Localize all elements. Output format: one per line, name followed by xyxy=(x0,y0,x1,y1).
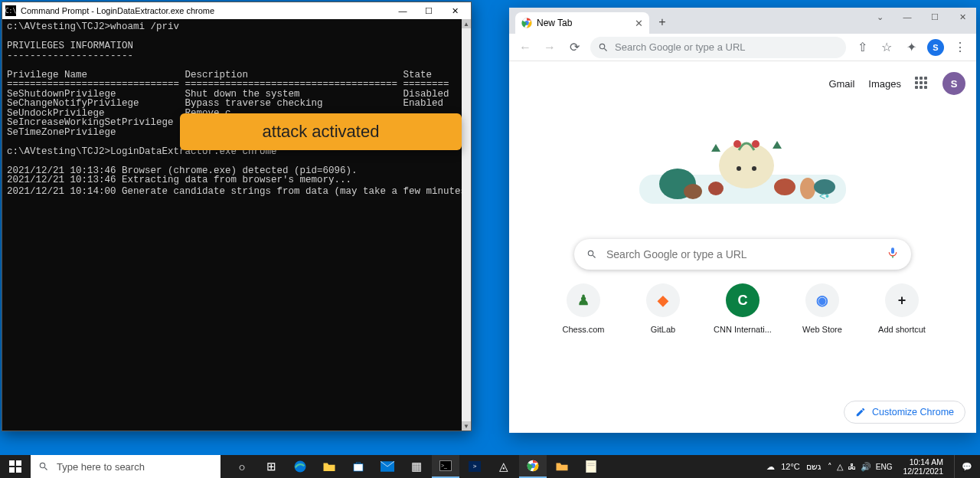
app1-icon[interactable]: ▦ xyxy=(403,455,430,478)
images-link[interactable]: Images xyxy=(868,78,901,90)
pencil-icon xyxy=(855,407,866,417)
svg-point-8 xyxy=(752,166,756,171)
mail-icon[interactable] xyxy=(374,455,401,478)
cmd-scrollbar[interactable]: ▲ ▼ xyxy=(462,19,471,431)
omnibox[interactable]: Search Google or type a URL xyxy=(590,37,846,58)
tray-onedrive-icon[interactable]: △ xyxy=(837,462,843,472)
clock[interactable]: 10:14 AM 12/21/2021 xyxy=(898,457,948,476)
customize-chrome-button[interactable]: Customize Chrome xyxy=(844,401,965,424)
shortcut-icon: ◆ xyxy=(646,283,680,317)
app2-icon[interactable]: ◬ xyxy=(490,455,518,478)
minimize-button[interactable]: ― xyxy=(893,8,921,26)
svg-point-5 xyxy=(708,182,724,195)
store-icon[interactable] xyxy=(345,455,372,478)
shortcut-icon: ♟ xyxy=(567,283,600,317)
notepad-icon[interactable] xyxy=(577,455,605,478)
ntp-header: Gmail Images S xyxy=(828,72,965,95)
svg-rect-18 xyxy=(9,467,15,473)
bookmark-icon[interactable]: ☆ xyxy=(875,36,898,59)
chrome-taskbar-icon[interactable] xyxy=(519,455,547,478)
powershell-icon[interactable]: > xyxy=(461,455,488,478)
svg-rect-25 xyxy=(586,460,596,473)
svg-point-7 xyxy=(737,166,741,171)
cmd-title: Command Prompt - LoginDataExtractor.exe … xyxy=(21,6,390,15)
tab-close-icon[interactable]: ✕ xyxy=(635,18,643,29)
shortcut-label: Chess.com xyxy=(554,325,612,334)
maximize-button[interactable]: ☐ xyxy=(921,8,949,26)
tray-volume-icon[interactable]: 🔊 xyxy=(861,462,871,472)
svg-rect-16 xyxy=(9,460,15,466)
tray-network-icon[interactable]: 🖧 xyxy=(848,462,856,471)
tray-chevron-icon[interactable]: ˄ xyxy=(828,462,832,472)
tab-new-tab[interactable]: New Tab ✕ xyxy=(515,12,649,34)
scroll-up-icon[interactable]: ▲ xyxy=(462,19,471,28)
reload-button[interactable]: ⟳ xyxy=(563,36,586,59)
new-tab-button[interactable]: + xyxy=(652,12,672,32)
search-icon xyxy=(586,249,597,260)
taskbar[interactable]: Type here to search ○ ⊞ ▦ >_ > ◬ ☁ 12°C … xyxy=(0,455,980,478)
file-explorer-icon[interactable] xyxy=(315,455,343,478)
shortcut-label: Web Store xyxy=(793,325,851,334)
cortana-icon[interactable]: ○ xyxy=(228,455,256,478)
google-doodle[interactable] xyxy=(639,127,846,211)
share-doodle-icon[interactable]: <• xyxy=(819,190,829,202)
chrome-favicon-icon xyxy=(521,18,532,28)
profile-avatar[interactable]: S xyxy=(927,39,944,56)
chrome-window-controls: ⌄ ― ☐ ✕ xyxy=(866,8,976,26)
minimize-button[interactable]: ― xyxy=(390,3,416,18)
folder2-icon[interactable] xyxy=(548,455,576,478)
taskbar-search[interactable]: Type here to search xyxy=(31,455,220,478)
close-button[interactable]: ✕ xyxy=(442,3,468,18)
search-icon xyxy=(38,461,49,472)
chrome-toolbar: ← → ⟳ Search Google or type a URL ⇧ ☆ ✦ … xyxy=(509,34,976,61)
shortcut-icon: ◉ xyxy=(805,283,839,317)
cmd-titlebar[interactable]: C:\ Command Prompt - LoginDataExtractor.… xyxy=(2,2,471,19)
shortcut-item[interactable]: CCNN Internati... xyxy=(714,283,772,334)
back-button[interactable]: ← xyxy=(514,36,537,59)
cmd-taskbar-icon[interactable]: >_ xyxy=(432,455,459,478)
menu-icon[interactable]: ⋮ xyxy=(949,36,972,59)
chrome-window[interactable]: New Tab ✕ + ⌄ ― ☐ ✕ ← → ⟳ Search Google … xyxy=(509,8,976,433)
add-shortcut-button[interactable]: +Add shortcut xyxy=(873,283,931,334)
forward-button[interactable]: → xyxy=(538,36,561,59)
apps-icon[interactable] xyxy=(915,77,929,90)
shortcut-item[interactable]: ◆GitLab xyxy=(634,283,692,334)
tray-lang-icon[interactable]: ENG xyxy=(876,463,893,471)
shortcut-item[interactable]: ◉Web Store xyxy=(793,283,851,334)
ntp-search[interactable] xyxy=(574,239,911,270)
scroll-down-icon[interactable]: ▼ xyxy=(462,421,471,431)
cmd-output[interactable]: c:\AVtesting\TCJ2>whoami /priv PRIVILEGE… xyxy=(2,19,462,431)
svg-rect-21 xyxy=(354,464,363,471)
gmail-link[interactable]: Gmail xyxy=(828,78,854,90)
window-dropdown-icon[interactable]: ⌄ xyxy=(866,8,893,26)
tab-strip[interactable]: New Tab ✕ + ⌄ ― ☐ ✕ xyxy=(509,8,976,34)
tab-label: New Tab xyxy=(537,18,572,28)
system-tray[interactable]: ☁ 12°C גשם ˄ △ 🖧 🔊 ENG 10:14 AM 12/21/20… xyxy=(766,455,980,478)
weather-temp[interactable]: 12°C xyxy=(781,462,800,471)
share-icon[interactable]: ⇧ xyxy=(851,36,874,59)
edge-icon[interactable] xyxy=(286,455,314,478)
command-prompt-window[interactable]: C:\ Command Prompt - LoginDataExtractor.… xyxy=(2,2,472,431)
shortcut-label: Add shortcut xyxy=(873,325,931,334)
svg-point-11 xyxy=(774,178,795,195)
ntp-search-input[interactable] xyxy=(606,248,877,260)
weather-icon[interactable]: ☁ xyxy=(766,462,775,472)
shortcut-label: CNN Internati... xyxy=(714,325,772,334)
search-icon xyxy=(598,42,609,53)
action-center-icon[interactable]: 💬 xyxy=(954,455,978,478)
extensions-icon[interactable]: ✦ xyxy=(900,36,923,59)
start-button[interactable] xyxy=(0,455,31,478)
weather-word[interactable]: גשם xyxy=(806,462,822,472)
customize-label: Customize Chrome xyxy=(872,407,954,417)
svg-point-4 xyxy=(684,184,702,199)
task-view-icon[interactable]: ⊞ xyxy=(257,455,285,478)
shortcut-item[interactable]: ♟Chess.com xyxy=(554,283,612,334)
close-button[interactable]: ✕ xyxy=(949,8,976,26)
omnibox-placeholder: Search Google or type a URL xyxy=(615,41,746,53)
mic-icon[interactable] xyxy=(887,247,899,262)
svg-point-12 xyxy=(800,178,815,199)
svg-point-10 xyxy=(752,140,760,148)
attack-activated-banner: attack activated xyxy=(180,113,462,150)
maximize-button[interactable]: ☐ xyxy=(416,3,442,18)
account-avatar[interactable]: S xyxy=(942,72,965,95)
